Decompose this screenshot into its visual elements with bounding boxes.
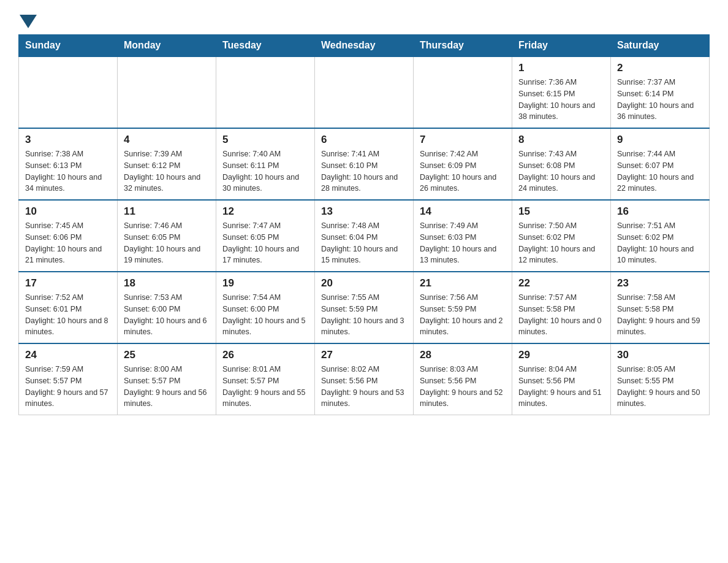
day-of-week-header: Thursday [414, 35, 512, 57]
day-number: 28 [420, 349, 506, 361]
calendar-cell: 15Sunrise: 7:50 AM Sunset: 6:02 PM Dayli… [512, 200, 611, 272]
day-info: Sunrise: 7:53 AM Sunset: 6:00 PM Dayligh… [124, 292, 210, 338]
day-number: 2 [617, 62, 703, 74]
day-info: Sunrise: 8:05 AM Sunset: 5:55 PM Dayligh… [617, 364, 703, 410]
day-info: Sunrise: 7:52 AM Sunset: 6:01 PM Dayligh… [25, 292, 111, 338]
calendar-cell: 29Sunrise: 8:04 AM Sunset: 5:56 PM Dayli… [512, 343, 611, 415]
day-of-week-header: Wednesday [315, 35, 414, 57]
day-info: Sunrise: 7:39 AM Sunset: 6:12 PM Dayligh… [124, 148, 210, 194]
calendar-cell: 2Sunrise: 7:37 AM Sunset: 6:14 PM Daylig… [611, 56, 710, 128]
day-number: 16 [617, 205, 703, 218]
day-info: Sunrise: 8:04 AM Sunset: 5:56 PM Dayligh… [518, 364, 604, 410]
calendar-cell: 4Sunrise: 7:39 AM Sunset: 6:12 PM Daylig… [118, 128, 216, 200]
calendar-table: SundayMondayTuesdayWednesdayThursdayFrid… [18, 34, 710, 415]
day-info: Sunrise: 7:43 AM Sunset: 6:08 PM Dayligh… [518, 148, 604, 194]
calendar-cell: 25Sunrise: 8:00 AM Sunset: 5:57 PM Dayli… [118, 343, 216, 415]
day-number: 29 [518, 349, 604, 361]
day-of-week-header: Friday [512, 35, 611, 57]
calendar-cell [315, 56, 414, 128]
day-number: 23 [617, 277, 703, 289]
calendar-cell: 18Sunrise: 7:53 AM Sunset: 6:00 PM Dayli… [118, 272, 216, 343]
calendar-cell: 24Sunrise: 7:59 AM Sunset: 5:57 PM Dayli… [19, 343, 118, 415]
day-info: Sunrise: 7:58 AM Sunset: 5:58 PM Dayligh… [617, 292, 703, 338]
calendar-week-row: 17Sunrise: 7:52 AM Sunset: 6:01 PM Dayli… [19, 272, 710, 343]
calendar-cell [19, 56, 118, 128]
day-info: Sunrise: 7:37 AM Sunset: 6:14 PM Dayligh… [617, 77, 703, 123]
calendar-week-row: 3Sunrise: 7:38 AM Sunset: 6:13 PM Daylig… [19, 128, 710, 200]
day-info: Sunrise: 7:45 AM Sunset: 6:06 PM Dayligh… [25, 220, 111, 266]
day-number: 24 [25, 349, 111, 361]
day-number: 27 [321, 349, 407, 361]
day-number: 12 [222, 205, 308, 218]
day-info: Sunrise: 8:03 AM Sunset: 5:56 PM Dayligh… [420, 364, 506, 410]
day-of-week-header: Tuesday [216, 35, 315, 57]
day-number: 1 [518, 62, 604, 74]
day-info: Sunrise: 8:02 AM Sunset: 5:56 PM Dayligh… [321, 364, 407, 410]
calendar-cell: 21Sunrise: 7:56 AM Sunset: 5:59 PM Dayli… [414, 272, 512, 343]
day-info: Sunrise: 7:41 AM Sunset: 6:10 PM Dayligh… [321, 148, 407, 194]
day-info: Sunrise: 7:59 AM Sunset: 5:57 PM Dayligh… [25, 364, 111, 410]
calendar-cell: 14Sunrise: 7:49 AM Sunset: 6:03 PM Dayli… [414, 200, 512, 272]
calendar-cell: 5Sunrise: 7:40 AM Sunset: 6:11 PM Daylig… [216, 128, 315, 200]
days-of-week-row: SundayMondayTuesdayWednesdayThursdayFrid… [19, 35, 710, 57]
day-of-week-header: Saturday [611, 35, 710, 57]
calendar-cell: 19Sunrise: 7:54 AM Sunset: 6:00 PM Dayli… [216, 272, 315, 343]
calendar-cell: 17Sunrise: 7:52 AM Sunset: 6:01 PM Dayli… [19, 272, 118, 343]
day-number: 30 [617, 349, 703, 361]
calendar-cell: 1Sunrise: 7:36 AM Sunset: 6:15 PM Daylig… [512, 56, 611, 128]
day-number: 11 [124, 205, 210, 218]
logo-arrow-icon [20, 15, 37, 28]
day-number: 3 [25, 134, 111, 146]
day-number: 20 [321, 277, 407, 289]
day-number: 7 [420, 134, 506, 146]
day-info: Sunrise: 7:50 AM Sunset: 6:02 PM Dayligh… [518, 220, 604, 266]
day-number: 21 [420, 277, 506, 289]
day-info: Sunrise: 8:01 AM Sunset: 5:57 PM Dayligh… [222, 364, 308, 410]
day-number: 4 [124, 134, 210, 146]
day-info: Sunrise: 7:54 AM Sunset: 6:00 PM Dayligh… [222, 292, 308, 338]
calendar-cell: 28Sunrise: 8:03 AM Sunset: 5:56 PM Dayli… [414, 343, 512, 415]
calendar-cell: 9Sunrise: 7:44 AM Sunset: 6:07 PM Daylig… [611, 128, 710, 200]
calendar-week-row: 1Sunrise: 7:36 AM Sunset: 6:15 PM Daylig… [19, 56, 710, 128]
day-number: 17 [25, 277, 111, 289]
day-info: Sunrise: 7:49 AM Sunset: 6:03 PM Dayligh… [420, 220, 506, 266]
calendar-cell: 13Sunrise: 7:48 AM Sunset: 6:04 PM Dayli… [315, 200, 414, 272]
day-number: 26 [222, 349, 308, 361]
calendar-cell: 16Sunrise: 7:51 AM Sunset: 6:02 PM Dayli… [611, 200, 710, 272]
page-header [18, 12, 710, 28]
day-info: Sunrise: 7:47 AM Sunset: 6:05 PM Dayligh… [222, 220, 308, 266]
calendar-cell: 6Sunrise: 7:41 AM Sunset: 6:10 PM Daylig… [315, 128, 414, 200]
calendar-cell: 8Sunrise: 7:43 AM Sunset: 6:08 PM Daylig… [512, 128, 611, 200]
calendar-cell: 7Sunrise: 7:42 AM Sunset: 6:09 PM Daylig… [414, 128, 512, 200]
calendar-week-row: 24Sunrise: 7:59 AM Sunset: 5:57 PM Dayli… [19, 343, 710, 415]
day-number: 18 [124, 277, 210, 289]
calendar-cell [414, 56, 512, 128]
calendar-cell: 30Sunrise: 8:05 AM Sunset: 5:55 PM Dayli… [611, 343, 710, 415]
day-number: 25 [124, 349, 210, 361]
day-info: Sunrise: 7:56 AM Sunset: 5:59 PM Dayligh… [420, 292, 506, 338]
day-number: 5 [222, 134, 308, 146]
day-info: Sunrise: 8:00 AM Sunset: 5:57 PM Dayligh… [124, 364, 210, 410]
day-number: 8 [518, 134, 604, 146]
day-number: 15 [518, 205, 604, 218]
calendar-cell: 22Sunrise: 7:57 AM Sunset: 5:58 PM Dayli… [512, 272, 611, 343]
logo [18, 12, 37, 28]
calendar-cell: 20Sunrise: 7:55 AM Sunset: 5:59 PM Dayli… [315, 272, 414, 343]
calendar-week-row: 10Sunrise: 7:45 AM Sunset: 6:06 PM Dayli… [19, 200, 710, 272]
day-info: Sunrise: 7:40 AM Sunset: 6:11 PM Dayligh… [222, 148, 308, 194]
day-info: Sunrise: 7:51 AM Sunset: 6:02 PM Dayligh… [617, 220, 703, 266]
calendar-cell: 26Sunrise: 8:01 AM Sunset: 5:57 PM Dayli… [216, 343, 315, 415]
day-info: Sunrise: 7:48 AM Sunset: 6:04 PM Dayligh… [321, 220, 407, 266]
calendar-cell [216, 56, 315, 128]
day-info: Sunrise: 7:57 AM Sunset: 5:58 PM Dayligh… [518, 292, 604, 338]
day-info: Sunrise: 7:42 AM Sunset: 6:09 PM Dayligh… [420, 148, 506, 194]
day-number: 10 [25, 205, 111, 218]
svg-marker-0 [20, 15, 37, 28]
day-info: Sunrise: 7:46 AM Sunset: 6:05 PM Dayligh… [124, 220, 210, 266]
day-number: 9 [617, 134, 703, 146]
day-info: Sunrise: 7:38 AM Sunset: 6:13 PM Dayligh… [25, 148, 111, 194]
calendar-cell: 23Sunrise: 7:58 AM Sunset: 5:58 PM Dayli… [611, 272, 710, 343]
day-info: Sunrise: 7:55 AM Sunset: 5:59 PM Dayligh… [321, 292, 407, 338]
day-number: 13 [321, 205, 407, 218]
calendar-cell: 27Sunrise: 8:02 AM Sunset: 5:56 PM Dayli… [315, 343, 414, 415]
